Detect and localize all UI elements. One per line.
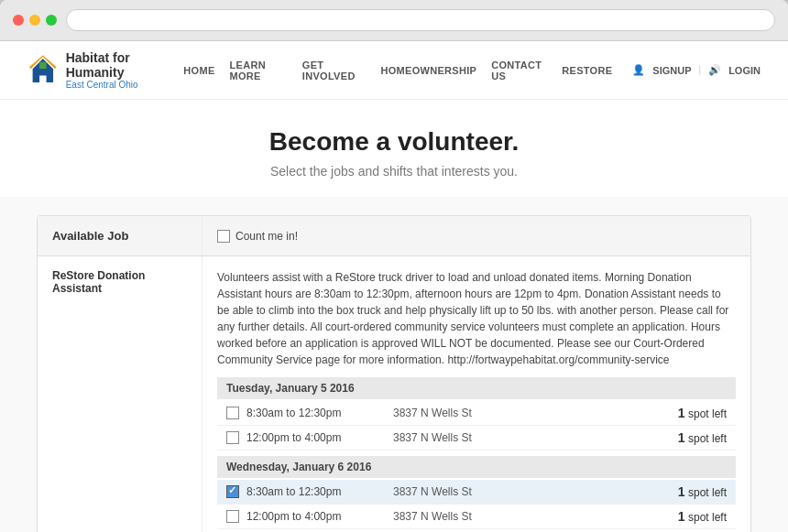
shift-location: 3837 N Wells St (393, 407, 678, 419)
count-me-in-label[interactable]: Count me in! (217, 230, 298, 243)
nav-home[interactable]: HOME (183, 65, 214, 76)
nav-homeownership[interactable]: HOMEOWNERSHIP (380, 65, 476, 76)
dot-green[interactable] (46, 15, 57, 26)
logo-main: Habitat for Humanity (66, 50, 184, 80)
shift-spots: 1 spot left (678, 430, 727, 445)
table-header-row: Available Job Count me in! (38, 216, 750, 256)
date-section-tue: Tuesday, January 5 2016 8:30am to 12:30p… (217, 377, 736, 451)
job-description: Volunteers assist with a ReStore truck d… (217, 269, 736, 368)
hero-title: Become a volunteer. (18, 127, 770, 157)
dot-red[interactable] (13, 15, 24, 26)
available-job-header: Available Job (38, 216, 202, 255)
hero-section: Become a volunteer. Select the jobs and … (0, 100, 788, 197)
shift-location: 3837 N Wells St (393, 485, 678, 498)
shift-spots: 1 spot left (678, 509, 727, 524)
nav-login[interactable]: LOGIN (728, 65, 761, 76)
job-content: Volunteers assist with a ReStore truck d… (202, 256, 750, 532)
count-me-in-text: Count me in! (235, 230, 298, 243)
browser-dots (13, 15, 57, 26)
shift-time: 8:30am to 12:30pm (246, 407, 393, 419)
job-row-restore: ReStore Donation Assistant Volunteers as… (38, 256, 750, 532)
count-me-in-checkbox[interactable] (217, 230, 230, 243)
date-header-tue: Tuesday, January 5 2016 (217, 377, 736, 399)
browser-window: Habitat for Humanity East Central Ohio H… (0, 0, 788, 532)
navigation: Habitat for Humanity East Central Ohio H… (0, 41, 788, 100)
shift-checkbox-wed-1[interactable] (226, 485, 239, 498)
nav-restore[interactable]: RESTORE (562, 65, 612, 76)
page-content: Habitat for Humanity East Central Ohio H… (0, 41, 788, 532)
shift-row: 8:30am to 12:30pm 3837 N Wells St 1 spot… (217, 401, 736, 426)
nav-learn-more[interactable]: LEARN MORE (230, 60, 288, 81)
shift-time: 12:00pm to 4:00pm (246, 431, 393, 444)
svg-rect-2 (39, 61, 46, 68)
nav-links: HOME LEARN MORE GET INVOLVED HOMEOWNERSH… (183, 60, 761, 81)
address-bar[interactable] (66, 9, 775, 31)
shift-checkbox-tue-2[interactable] (226, 431, 239, 444)
shift-row: 8:30am to 12:30pm 3837 N Wells St 1 spot… (217, 480, 736, 505)
count-me-in-area: Count me in! (202, 216, 750, 255)
date-header-wed: Wednesday, January 6 2016 (217, 456, 736, 478)
date-section-wed: Wednesday, January 6 2016 8:30am to 12:3… (217, 456, 736, 529)
nav-contact-us[interactable]: CONTACT US (491, 60, 547, 81)
shift-location: 3837 N Wells St (393, 510, 678, 523)
nav-signup[interactable]: SIGNUP (652, 65, 691, 76)
shift-row: 12:00pm to 4:00pm 3837 N Wells St 1 spot… (217, 505, 736, 529)
job-label: ReStore Donation Assistant (38, 256, 202, 532)
logo-icon (27, 54, 59, 87)
shift-time: 8:30am to 12:30pm (246, 485, 393, 498)
logo-sub: East Central Ohio (66, 80, 184, 90)
hero-subtitle: Select the jobs and shifts that interest… (18, 164, 770, 179)
browser-chrome (0, 0, 788, 41)
dot-yellow[interactable] (29, 15, 40, 26)
nav-get-involved[interactable]: GET INVOLVED (302, 60, 367, 81)
shift-spots: 1 spot left (678, 484, 727, 499)
logo-area: Habitat for Humanity East Central Ohio (27, 50, 183, 90)
main-content: Available Job Count me in! ReStore Donat… (0, 197, 788, 532)
logo-text: Habitat for Humanity East Central Ohio (66, 50, 184, 90)
shift-spots: 1 spot left (678, 406, 727, 420)
shift-checkbox-tue-1[interactable] (226, 407, 239, 419)
shift-time: 12:00pm to 4:00pm (246, 510, 393, 523)
volunteer-table: Available Job Count me in! ReStore Donat… (37, 215, 751, 532)
shift-location: 3837 N Wells St (393, 431, 678, 444)
shift-checkbox-wed-2[interactable] (226, 510, 239, 523)
shift-row: 12:00pm to 4:00pm 3837 N Wells St 1 spot… (217, 426, 736, 451)
